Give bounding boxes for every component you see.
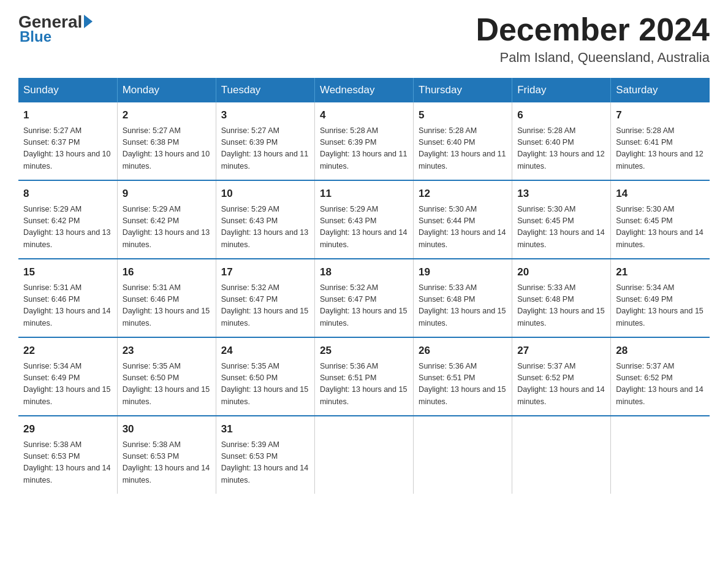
day-info: Sunrise: 5:36 AMSunset: 6:51 PMDaylight:…	[320, 361, 408, 408]
day-number: 23	[123, 343, 211, 359]
day-info: Sunrise: 5:28 AMSunset: 6:40 PMDaylight:…	[419, 125, 507, 173]
day-number: 6	[517, 107, 605, 123]
month-title: December 2024	[476, 12, 710, 47]
day-info: Sunrise: 5:37 AMSunset: 6:52 PMDaylight:…	[517, 361, 605, 408]
day-info: Sunrise: 5:32 AMSunset: 6:47 PMDaylight:…	[221, 282, 309, 330]
day-info: Sunrise: 5:27 AMSunset: 6:38 PMDaylight:…	[123, 125, 211, 173]
calendar-day-cell: 5Sunrise: 5:28 AMSunset: 6:40 PMDaylight…	[414, 102, 512, 180]
day-number: 18	[320, 264, 408, 280]
day-number: 14	[616, 186, 705, 202]
day-number: 20	[517, 264, 605, 280]
day-number: 19	[419, 264, 507, 280]
day-info: Sunrise: 5:29 AMSunset: 6:42 PMDaylight:…	[23, 204, 112, 251]
day-info: Sunrise: 5:38 AMSunset: 6:53 PMDaylight:…	[123, 439, 211, 487]
calendar-header-monday: Monday	[117, 78, 216, 102]
day-number: 10	[221, 186, 309, 202]
day-info: Sunrise: 5:35 AMSunset: 6:50 PMDaylight:…	[123, 361, 211, 408]
day-info: Sunrise: 5:31 AMSunset: 6:46 PMDaylight:…	[123, 282, 211, 330]
calendar-day-cell	[414, 416, 512, 494]
calendar-day-cell: 4Sunrise: 5:28 AMSunset: 6:39 PMDaylight…	[314, 102, 413, 180]
calendar-day-cell: 15Sunrise: 5:31 AMSunset: 6:46 PMDayligh…	[18, 259, 117, 337]
logo-blue-text: Blue	[18, 28, 51, 45]
day-number: 1	[23, 107, 112, 123]
day-number: 2	[123, 107, 211, 123]
day-info: Sunrise: 5:32 AMSunset: 6:47 PMDaylight:…	[320, 282, 408, 330]
calendar-header-saturday: Saturday	[611, 78, 710, 102]
calendar-header-friday: Friday	[512, 78, 611, 102]
calendar-day-cell: 1Sunrise: 5:27 AMSunset: 6:37 PMDaylight…	[18, 102, 117, 180]
day-number: 8	[23, 186, 112, 202]
day-number: 25	[320, 343, 408, 359]
calendar-header-wednesday: Wednesday	[314, 78, 413, 102]
calendar-week-row: 15Sunrise: 5:31 AMSunset: 6:46 PMDayligh…	[18, 259, 710, 337]
day-number: 21	[616, 264, 705, 280]
day-info: Sunrise: 5:35 AMSunset: 6:50 PMDaylight:…	[221, 361, 309, 408]
logo: General Blue	[18, 12, 93, 45]
location-title: Palm Island, Queensland, Australia	[476, 50, 710, 66]
day-info: Sunrise: 5:33 AMSunset: 6:48 PMDaylight:…	[517, 282, 605, 330]
calendar-day-cell: 9Sunrise: 5:29 AMSunset: 6:42 PMDaylight…	[117, 180, 216, 259]
calendar-header-row: SundayMondayTuesdayWednesdayThursdayFrid…	[18, 78, 710, 102]
day-number: 12	[419, 186, 507, 202]
day-info: Sunrise: 5:27 AMSunset: 6:37 PMDaylight:…	[23, 125, 112, 173]
calendar-day-cell: 18Sunrise: 5:32 AMSunset: 6:47 PMDayligh…	[314, 259, 413, 337]
calendar-header-thursday: Thursday	[414, 78, 512, 102]
calendar-day-cell: 25Sunrise: 5:36 AMSunset: 6:51 PMDayligh…	[314, 337, 413, 416]
title-section: December 2024 Palm Island, Queensland, A…	[476, 12, 710, 66]
calendar-day-cell: 19Sunrise: 5:33 AMSunset: 6:48 PMDayligh…	[414, 259, 512, 337]
header: General Blue December 2024 Palm Island, …	[18, 12, 710, 66]
calendar-week-row: 1Sunrise: 5:27 AMSunset: 6:37 PMDaylight…	[18, 102, 710, 180]
calendar-day-cell: 3Sunrise: 5:27 AMSunset: 6:39 PMDaylight…	[216, 102, 314, 180]
day-info: Sunrise: 5:36 AMSunset: 6:51 PMDaylight:…	[419, 361, 507, 408]
day-number: 11	[320, 186, 408, 202]
calendar-day-cell: 27Sunrise: 5:37 AMSunset: 6:52 PMDayligh…	[512, 337, 611, 416]
calendar-day-cell: 2Sunrise: 5:27 AMSunset: 6:38 PMDaylight…	[117, 102, 216, 180]
day-info: Sunrise: 5:28 AMSunset: 6:39 PMDaylight:…	[320, 125, 408, 173]
day-info: Sunrise: 5:28 AMSunset: 6:41 PMDaylight:…	[616, 125, 705, 173]
calendar-day-cell: 13Sunrise: 5:30 AMSunset: 6:45 PMDayligh…	[512, 180, 611, 259]
calendar-day-cell: 7Sunrise: 5:28 AMSunset: 6:41 PMDaylight…	[611, 102, 710, 180]
day-info: Sunrise: 5:30 AMSunset: 6:45 PMDaylight:…	[517, 204, 605, 251]
calendar-day-cell: 12Sunrise: 5:30 AMSunset: 6:44 PMDayligh…	[414, 180, 512, 259]
day-number: 3	[221, 107, 309, 123]
day-number: 29	[23, 421, 112, 437]
day-info: Sunrise: 5:38 AMSunset: 6:53 PMDaylight:…	[23, 439, 112, 487]
day-number: 26	[419, 343, 507, 359]
calendar-day-cell: 21Sunrise: 5:34 AMSunset: 6:49 PMDayligh…	[611, 259, 710, 337]
calendar-day-cell: 24Sunrise: 5:35 AMSunset: 6:50 PMDayligh…	[216, 337, 314, 416]
calendar-day-cell: 30Sunrise: 5:38 AMSunset: 6:53 PMDayligh…	[117, 416, 216, 494]
calendar-day-cell: 23Sunrise: 5:35 AMSunset: 6:50 PMDayligh…	[117, 337, 216, 416]
calendar-day-cell	[512, 416, 611, 494]
day-info: Sunrise: 5:31 AMSunset: 6:46 PMDaylight:…	[23, 282, 112, 330]
calendar-day-cell: 11Sunrise: 5:29 AMSunset: 6:43 PMDayligh…	[314, 180, 413, 259]
day-number: 15	[23, 264, 112, 280]
day-info: Sunrise: 5:34 AMSunset: 6:49 PMDaylight:…	[23, 361, 112, 408]
calendar-header-tuesday: Tuesday	[216, 78, 314, 102]
day-number: 31	[221, 421, 309, 437]
logo-triangle-icon	[84, 15, 93, 28]
calendar-day-cell	[611, 416, 710, 494]
day-info: Sunrise: 5:29 AMSunset: 6:43 PMDaylight:…	[320, 204, 408, 251]
calendar-day-cell: 28Sunrise: 5:37 AMSunset: 6:52 PMDayligh…	[611, 337, 710, 416]
calendar-table: SundayMondayTuesdayWednesdayThursdayFrid…	[18, 78, 710, 494]
day-number: 5	[419, 107, 507, 123]
calendar-day-cell: 22Sunrise: 5:34 AMSunset: 6:49 PMDayligh…	[18, 337, 117, 416]
day-info: Sunrise: 5:30 AMSunset: 6:44 PMDaylight:…	[419, 204, 507, 251]
day-number: 24	[221, 343, 309, 359]
day-info: Sunrise: 5:30 AMSunset: 6:45 PMDaylight:…	[616, 204, 705, 251]
calendar-day-cell: 6Sunrise: 5:28 AMSunset: 6:40 PMDaylight…	[512, 102, 611, 180]
day-info: Sunrise: 5:27 AMSunset: 6:39 PMDaylight:…	[221, 125, 309, 173]
calendar-day-cell: 31Sunrise: 5:39 AMSunset: 6:53 PMDayligh…	[216, 416, 314, 494]
calendar-week-row: 8Sunrise: 5:29 AMSunset: 6:42 PMDaylight…	[18, 180, 710, 259]
day-number: 7	[616, 107, 705, 123]
day-number: 16	[123, 264, 211, 280]
day-info: Sunrise: 5:28 AMSunset: 6:40 PMDaylight:…	[517, 125, 605, 173]
calendar-week-row: 29Sunrise: 5:38 AMSunset: 6:53 PMDayligh…	[18, 416, 710, 494]
day-info: Sunrise: 5:33 AMSunset: 6:48 PMDaylight:…	[419, 282, 507, 330]
calendar-day-cell: 8Sunrise: 5:29 AMSunset: 6:42 PMDaylight…	[18, 180, 117, 259]
day-info: Sunrise: 5:37 AMSunset: 6:52 PMDaylight:…	[616, 361, 705, 408]
day-info: Sunrise: 5:39 AMSunset: 6:53 PMDaylight:…	[221, 439, 309, 487]
day-number: 30	[123, 421, 211, 437]
day-number: 27	[517, 343, 605, 359]
calendar-day-cell: 16Sunrise: 5:31 AMSunset: 6:46 PMDayligh…	[117, 259, 216, 337]
